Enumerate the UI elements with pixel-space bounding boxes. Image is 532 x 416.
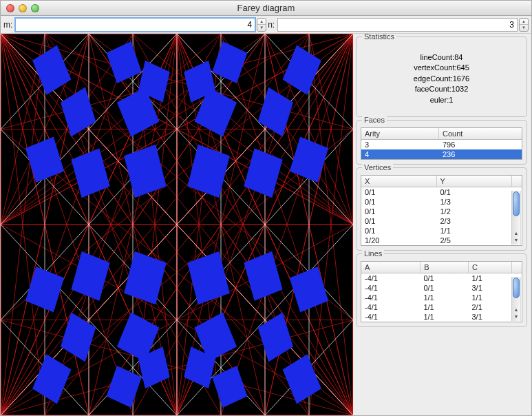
faces-table[interactable]: Arity Count 37964236	[361, 127, 522, 160]
farey-canvas[interactable]	[1, 34, 353, 415]
titlebar[interactable]: Farey diagram	[1, 1, 531, 16]
table-row[interactable]: 3796	[361, 140, 522, 149]
table-cell: 1/2	[437, 207, 513, 216]
table-cell: 1/1	[468, 273, 512, 283]
table-cell: -4/1	[361, 312, 420, 322]
statistics-legend: Statistics	[362, 34, 396, 41]
table-row[interactable]: 0/11/2	[361, 207, 512, 216]
table-cell: 0/1	[361, 207, 437, 216]
table-cell: 0/1	[361, 197, 437, 207]
vertices-header-scroll	[512, 176, 522, 187]
table-cell: 0/1	[361, 226, 437, 236]
chevron-up-icon[interactable]: ▲	[512, 306, 520, 313]
table-cell: 3/1	[468, 283, 512, 293]
right-panel: Statistics lineCount:84 vertexCount:645 …	[353, 34, 531, 415]
table-row[interactable]: -4/11/12/1	[361, 302, 512, 312]
table-row[interactable]: 0/11/3	[361, 197, 512, 207]
table-cell: 4	[361, 149, 439, 159]
chevron-down-icon[interactable]: ▼	[257, 25, 266, 31]
stat-vertexcount: vertexCount:645	[361, 63, 522, 73]
table-cell: 2/1	[468, 302, 512, 312]
statistics-group: Statistics lineCount:84 vertexCount:645 …	[356, 37, 527, 117]
n-stepper[interactable]: ▲ ▼	[519, 18, 529, 32]
lines-group: Lines A B C -4/10/11/1-4/10/13/1-4/11/11…	[356, 253, 527, 327]
faces-header-count[interactable]: Count	[439, 128, 522, 139]
input-bar: m: ▲ ▼ n: ▲ ▼	[1, 16, 531, 34]
table-cell: 1/1	[420, 293, 468, 302]
table-cell: 3/1	[468, 312, 512, 322]
vertices-header-y[interactable]: Y	[437, 176, 513, 187]
scrollbar-thumb[interactable]	[513, 191, 520, 216]
table-cell: -4/1	[361, 283, 420, 293]
app-window: Farey diagram m: ▲ ▼ n: ▲ ▼ Statistics	[0, 0, 532, 416]
chevron-up-icon[interactable]: ▲	[257, 19, 266, 25]
chevron-down-icon[interactable]: ▼	[512, 237, 520, 244]
content: Statistics lineCount:84 vertexCount:645 …	[1, 34, 531, 415]
table-cell: 0/1	[361, 187, 437, 197]
n-input[interactable]	[277, 18, 518, 32]
faces-legend: Faces	[362, 116, 387, 124]
chevron-up-icon[interactable]: ▲	[512, 230, 520, 237]
stat-edgecount: edgeCount:1676	[361, 74, 522, 84]
faces-header-arity[interactable]: Arity	[361, 128, 439, 139]
table-row[interactable]: 1/202/5	[361, 236, 512, 245]
close-icon[interactable]	[6, 4, 14, 12]
stat-linecount: lineCount:84	[361, 52, 522, 63]
chevron-up-icon[interactable]: ▲	[520, 19, 528, 25]
stat-facecount: faceCount:1032	[361, 84, 522, 94]
table-row[interactable]: -4/11/13/1	[361, 312, 512, 322]
vertices-header-x[interactable]: X	[361, 176, 437, 187]
n-label: n:	[268, 20, 275, 30]
table-cell: 2/5	[437, 236, 513, 245]
vertices-legend: Vertices	[362, 163, 393, 171]
vertices-scrollbar[interactable]: ▲ ▼	[511, 191, 521, 245]
lines-table[interactable]: A B C -4/10/11/1-4/10/13/1-4/11/11/1-4/1…	[361, 261, 522, 322]
lines-header-a[interactable]: A	[361, 262, 421, 273]
window-title: Farey diagram	[1, 3, 531, 13]
table-row[interactable]: -4/10/11/1	[361, 273, 512, 283]
table-row[interactable]: -4/10/13/1	[361, 283, 512, 293]
vertices-table[interactable]: X Y 0/10/10/11/30/11/20/12/30/11/11/202/…	[361, 175, 522, 246]
m-stepper[interactable]: ▲ ▼	[257, 18, 266, 32]
lines-header-b[interactable]: B	[421, 262, 469, 273]
table-cell: 1/1	[420, 312, 468, 322]
table-cell: 1/3	[437, 197, 513, 207]
stat-euler: euler:1	[361, 95, 522, 105]
faces-group: Faces Arity Count 37964236	[356, 120, 527, 165]
table-cell: 3	[361, 140, 439, 149]
table-cell: 796	[439, 140, 522, 149]
table-cell: 0/1	[437, 187, 513, 197]
table-row[interactable]: -4/11/11/1	[361, 293, 512, 302]
table-cell: 0/1	[361, 216, 437, 226]
table-row[interactable]: 0/10/1	[361, 187, 512, 197]
m-input[interactable]	[15, 18, 255, 32]
m-label: m:	[3, 20, 12, 30]
chevron-down-icon[interactable]: ▼	[520, 25, 528, 31]
lines-scrollbar[interactable]: ▲ ▼	[511, 277, 521, 321]
vertices-group: Vertices X Y 0/10/10/11/30/11/20/12/30/1…	[356, 167, 527, 251]
lines-header-c[interactable]: C	[469, 262, 512, 273]
table-cell: -4/1	[361, 273, 420, 283]
table-cell: 1/1	[420, 302, 468, 312]
table-row[interactable]: 0/11/1	[361, 226, 512, 236]
table-cell: 1/20	[361, 236, 437, 245]
zoom-icon[interactable]	[31, 4, 39, 12]
table-cell: 1/1	[468, 293, 512, 302]
table-cell: 236	[439, 149, 522, 159]
table-cell: 2/3	[437, 216, 513, 226]
lines-legend: Lines	[362, 249, 384, 258]
table-row[interactable]: 0/12/3	[361, 216, 512, 226]
table-cell: 1/1	[437, 226, 513, 236]
minimize-icon[interactable]	[19, 4, 27, 12]
table-cell: 0/1	[420, 283, 468, 293]
scrollbar-thumb[interactable]	[513, 278, 520, 298]
lines-header-scroll	[512, 262, 522, 273]
table-cell: -4/1	[361, 302, 420, 312]
table-row[interactable]: 4236	[361, 149, 522, 159]
table-cell: 0/1	[420, 273, 468, 283]
table-cell: -4/1	[361, 293, 420, 302]
chevron-down-icon[interactable]: ▼	[512, 313, 520, 320]
